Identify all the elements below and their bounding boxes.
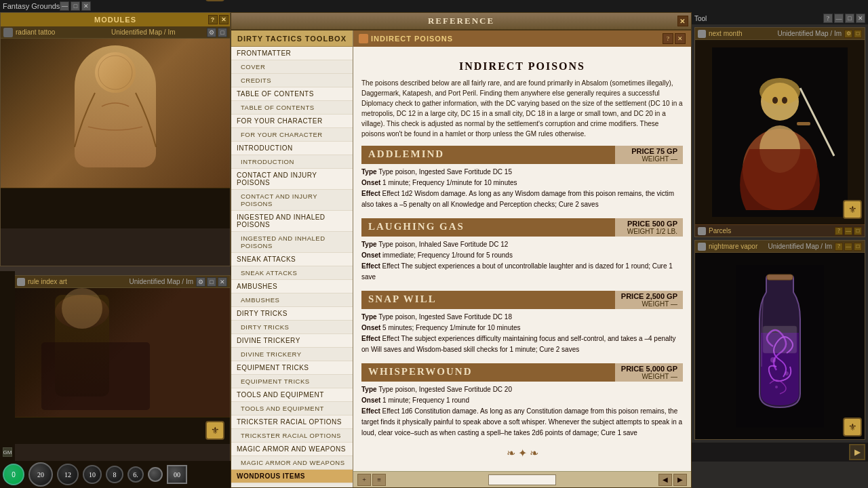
right-mod-btn4[interactable]: — xyxy=(844,243,852,251)
playback-bar: ▶ xyxy=(692,443,868,462)
toc-item-4[interactable]: TABLE OF CONTENTS xyxy=(231,101,353,115)
token-20[interactable]: 20 xyxy=(28,462,53,487)
portrait-area-1 xyxy=(1,39,230,188)
nav-add-btn[interactable]: + xyxy=(357,474,371,486)
tab1-btn2[interactable]: □ xyxy=(218,28,227,37)
tab2-btn3[interactable]: ✕ xyxy=(218,277,227,287)
nav-controls-left: + ≡ xyxy=(357,474,386,486)
toc-item-7[interactable]: INTRODUCTION xyxy=(231,142,353,155)
right-module-bottom: nightmare vapor Unidentified Map / Im ? … xyxy=(694,240,865,440)
toc-item-18[interactable]: DIRTY TRICKS xyxy=(231,321,353,334)
right-min-btn[interactable]: — xyxy=(834,14,844,23)
toc-item-15[interactable]: AMBUSHES xyxy=(231,280,353,293)
action-btn-4[interactable]: ⚜ xyxy=(843,418,862,436)
toc-item-2[interactable]: CREDITS xyxy=(231,74,353,87)
bottom-frame-2: ⚜ xyxy=(14,417,230,444)
right-mod-btn2[interactable]: □ xyxy=(854,30,862,38)
tab1-btn1[interactable]: ⚙ xyxy=(207,28,216,37)
tab2-btn2[interactable]: □ xyxy=(207,277,216,287)
toc-item-30[interactable]: WONDROUS ITEMS xyxy=(231,483,353,487)
right-max-btn[interactable]: □ xyxy=(845,14,854,23)
poison-entry-2: SNAP WILL PRICE 2,500 GP WEIGHT — Type T… xyxy=(361,291,683,357)
parcels-btn1[interactable]: ? xyxy=(835,227,843,235)
portrait-area-2 xyxy=(14,288,230,417)
token-00[interactable]: 00 xyxy=(167,465,187,484)
right-mod-btn5[interactable]: □ xyxy=(854,243,862,251)
toc-item-21[interactable]: EQUIPMENT TRICKS xyxy=(231,361,353,375)
nav-next-btn[interactable]: ▶ xyxy=(673,474,687,486)
title-bar: Fantasy Grounds — □ ✕ xyxy=(0,0,868,12)
toc-item-11[interactable]: INGESTED AND INHALED POISONS xyxy=(231,211,353,232)
nav-search-input[interactable] xyxy=(488,474,556,485)
toc-item-6[interactable]: FOR YOUR CHARACTER xyxy=(231,128,353,142)
minimize-btn[interactable]: — xyxy=(60,1,69,11)
toc-item-16[interactable]: AMBUSHES xyxy=(231,293,353,307)
character-svg xyxy=(712,47,848,217)
right-mod-btn3[interactable]: ? xyxy=(835,243,843,251)
toc-item-12[interactable]: INGESTED AND INHALED POISONS xyxy=(231,232,353,253)
parcels-btn3[interactable]: □ xyxy=(854,227,862,235)
token-8[interactable]: 8 xyxy=(106,466,123,483)
toc-item-10[interactable]: CONTACT AND INJURY POISONS xyxy=(231,190,353,211)
toc-item-3[interactable]: TABLE OF CONTENTS xyxy=(231,87,353,101)
toc-item-0[interactable]: FRONTMATTER xyxy=(231,47,353,60)
token-12[interactable]: 12 xyxy=(57,464,79,485)
module-box-1: MODULES ? ✕ radiant tattoo Unidentified … xyxy=(0,12,231,266)
toc-item-25[interactable]: TRICKSTER RACIAL OPTIONS xyxy=(231,415,353,429)
poison-price-block-2: PRICE 2,500 GP WEIGHT — xyxy=(615,291,683,309)
log-area: GM xyxy=(0,271,15,461)
close-btn[interactable]: ✕ xyxy=(81,1,91,11)
toc-item-8[interactable]: INTRODUCTION xyxy=(231,155,353,169)
toc-item-29[interactable]: WONDROUS ITEMS xyxy=(231,470,353,483)
poison-type-3: Type Type poison, Ingested Save Fortitud… xyxy=(361,386,512,393)
action-btn-1[interactable]: ⚜ xyxy=(205,0,224,1)
content-header-icon xyxy=(359,34,368,43)
action-btn-2[interactable]: ⚜ xyxy=(205,421,224,440)
content-help-btn[interactable]: ? xyxy=(663,33,673,44)
toc-item-14[interactable]: SNEAK ATTACKS xyxy=(231,266,353,280)
poison-effect-1: Effect Effect The subject experiences a … xyxy=(361,262,673,281)
content-pane: INDIRECT POISONS The poisons described b… xyxy=(353,47,691,471)
toc-item-24[interactable]: TOOLS AND EQUIPMENT xyxy=(231,402,353,415)
toc-item-20[interactable]: DIVINE TRICKERY xyxy=(231,348,353,361)
poison-price-block-0: PRICE 75 GP WEIGHT — xyxy=(615,146,683,164)
tab2-btn1[interactable]: ⚙ xyxy=(196,277,205,287)
nav-prev-btn[interactable]: ◀ xyxy=(658,474,672,486)
toc-item-22[interactable]: EQUIPMENT TRICKS xyxy=(231,375,353,388)
token-6[interactable]: 6. xyxy=(127,466,144,483)
module-help-btn[interactable]: ? xyxy=(208,15,218,24)
parcels-btn2[interactable]: — xyxy=(844,227,852,235)
module-close-btn[interactable]: ✕ xyxy=(219,15,229,24)
toc-item-28[interactable]: MAGIC ARMOR AND WEAPONS xyxy=(231,456,353,470)
token-10[interactable]: 10 xyxy=(83,465,102,484)
right-portrait xyxy=(695,40,865,224)
right-mod-btn1[interactable]: ⚙ xyxy=(844,30,852,38)
poison-effect-3: Effect Effect 1d6 Constitution damage. A… xyxy=(361,407,682,436)
right-help-btn[interactable]: ? xyxy=(823,14,833,23)
ref-close-btn[interactable]: ✕ xyxy=(677,16,688,26)
toc-item-27[interactable]: MAGIC ARMOR AND WEAPONS xyxy=(231,443,353,456)
poison-weight-2: WEIGHT — xyxy=(642,300,677,308)
content-close-btn[interactable]: ✕ xyxy=(675,33,686,44)
toc-item-17[interactable]: DIRTY TRICKS xyxy=(231,307,353,321)
toc-item-23[interactable]: TOOLS AND EQUIPMENT xyxy=(231,388,353,402)
toc-item-1[interactable]: COVER xyxy=(231,60,353,74)
right-close-btn[interactable]: ✕ xyxy=(856,14,865,23)
toc-item-26[interactable]: TRICKSTER RACIAL OPTIONS xyxy=(231,429,353,443)
toc-item-5[interactable]: FOR YOUR CHARACTER xyxy=(231,115,353,128)
toc-item-9[interactable]: CONTACT AND INJURY POISONS xyxy=(231,169,353,190)
token-num[interactable] xyxy=(148,467,163,482)
toc-item-19[interactable]: DIVINE TRICKERY xyxy=(231,334,353,348)
svg-point-10 xyxy=(772,97,778,104)
poison-price-1: PRICE 500 GP xyxy=(627,220,677,228)
toc-item-13[interactable]: SNEAK ATTACKS xyxy=(231,253,353,266)
toc-content: FRONTMATTERCOVERCREDITSTABLE OF CONTENTS… xyxy=(231,47,353,487)
play-btn[interactable]: ▶ xyxy=(849,444,865,460)
maximize-btn[interactable]: □ xyxy=(71,1,80,11)
nav-list-btn[interactable]: ≡ xyxy=(372,474,386,486)
poison-price-2: PRICE 2,500 GP xyxy=(621,292,677,300)
right-top-btns: ? — □ ✕ xyxy=(823,14,865,23)
token-0[interactable]: 0 xyxy=(3,464,24,485)
action-btn-3[interactable]: ⚜ xyxy=(843,200,862,219)
app-title: Fantasy Grounds xyxy=(3,2,60,10)
